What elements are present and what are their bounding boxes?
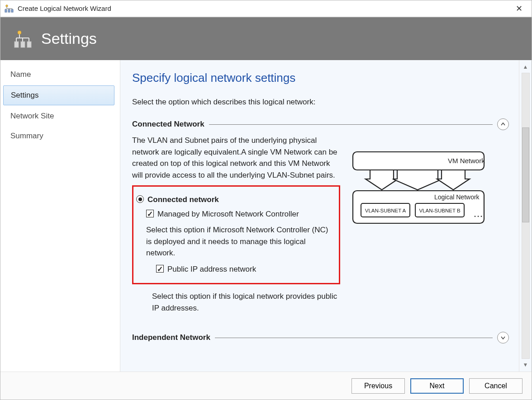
sidebar-item-name[interactable]: Name bbox=[0, 65, 120, 85]
svg-point-4 bbox=[18, 31, 21, 34]
scrollbar[interactable]: ▲ ▼ bbox=[519, 60, 532, 372]
next-button[interactable]: Next bbox=[410, 378, 464, 394]
svg-rect-7 bbox=[27, 42, 31, 47]
cancel-button[interactable]: Cancel bbox=[469, 378, 522, 394]
scroll-track[interactable] bbox=[522, 73, 530, 359]
expand-independent-button[interactable] bbox=[497, 332, 509, 344]
connected-network-radio-label: Connected network bbox=[147, 194, 219, 206]
wizard-steps-sidebar: Name Settings Network Site Summary bbox=[0, 60, 120, 372]
svg-point-0 bbox=[6, 5, 8, 6]
svg-rect-6 bbox=[21, 42, 25, 47]
close-button[interactable]: ✕ bbox=[510, 4, 528, 14]
connected-network-header: Connected Network bbox=[132, 118, 509, 130]
scroll-up-icon[interactable]: ▲ bbox=[520, 63, 531, 71]
public-ip-row[interactable]: Public IP address network bbox=[156, 264, 334, 275]
public-ip-description: Select this option if this logical netwo… bbox=[152, 291, 340, 314]
connected-network-description: The VLAN and Subnet pairs of the underly… bbox=[132, 135, 340, 181]
window-title: Create Logical Network Wizard bbox=[18, 5, 510, 12]
svg-rect-5 bbox=[14, 42, 19, 47]
sidebar-item-network-site[interactable]: Network Site bbox=[0, 106, 120, 126]
collapse-connected-button[interactable] bbox=[497, 118, 509, 130]
managed-by-nc-label: Managed by Microsoft Network Controller bbox=[157, 208, 299, 220]
header-banner: Settings bbox=[0, 17, 532, 60]
scroll-down-icon[interactable]: ▼ bbox=[520, 361, 531, 369]
highlighted-options-box: Connected network Managed by Microsoft N… bbox=[132, 185, 340, 284]
svg-rect-1 bbox=[5, 9, 7, 12]
diagram-vlan-b: VLAN-SUBNET B bbox=[419, 208, 461, 213]
banner-title: Settings bbox=[41, 30, 97, 47]
diagram-vm-label: VM Network bbox=[448, 157, 485, 165]
svg-rect-2 bbox=[8, 9, 10, 12]
network-icon bbox=[13, 29, 33, 49]
managed-by-nc-row[interactable]: Managed by Microsoft Network Controller bbox=[146, 208, 334, 220]
svg-rect-3 bbox=[11, 9, 13, 12]
managed-by-nc-description: Select this option if Microsoft Network … bbox=[146, 224, 334, 259]
diagram-logical-label: Logical Network bbox=[434, 193, 480, 201]
scroll-thumb[interactable] bbox=[522, 127, 529, 222]
page-title: Specify logical network settings bbox=[132, 71, 509, 85]
connected-network-title: Connected Network bbox=[132, 120, 204, 129]
diagram-ellipsis: … bbox=[473, 208, 483, 219]
wizard-footer: Previous Next Cancel bbox=[0, 372, 532, 400]
connected-network-radio[interactable] bbox=[136, 195, 144, 203]
independent-network-title: Independent Network bbox=[132, 333, 210, 342]
connected-network-radio-row[interactable]: Connected network bbox=[136, 194, 334, 206]
instruction-text: Select the option which describes this l… bbox=[132, 98, 509, 107]
titlebar: Create Logical Network Wizard ✕ bbox=[0, 0, 532, 17]
sidebar-item-summary[interactable]: Summary bbox=[0, 126, 120, 146]
divider bbox=[209, 124, 493, 125]
previous-button[interactable]: Previous bbox=[352, 378, 405, 394]
managed-by-nc-checkbox[interactable] bbox=[146, 210, 154, 217]
divider bbox=[215, 338, 493, 338]
diagram-vlan-a: VLAN-SUBNET A bbox=[365, 208, 406, 213]
sidebar-item-settings[interactable]: Settings bbox=[3, 85, 114, 105]
public-ip-label: Public IP address network bbox=[167, 264, 256, 275]
app-icon bbox=[4, 4, 14, 14]
network-diagram: VM Network Logical Network VLAN-SUBNET A… bbox=[348, 149, 509, 228]
public-ip-checkbox[interactable] bbox=[156, 265, 164, 273]
independent-network-header: Independent Network bbox=[132, 332, 509, 344]
